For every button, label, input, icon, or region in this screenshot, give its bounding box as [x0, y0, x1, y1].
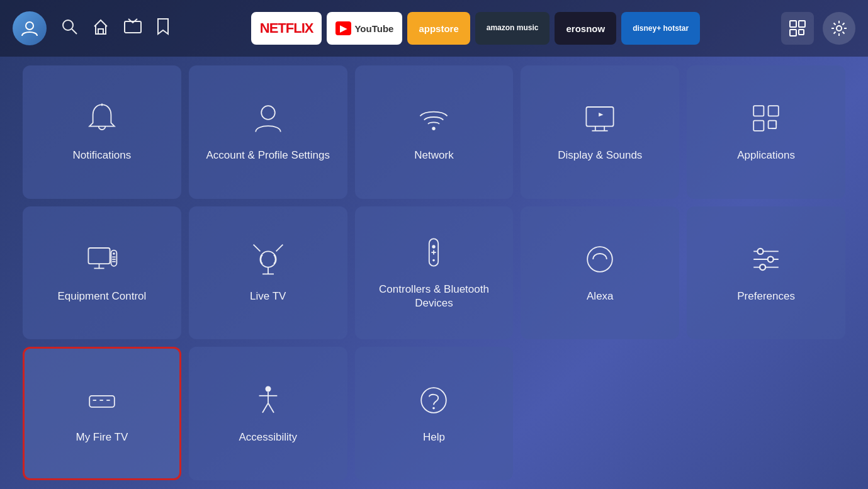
help-label: Help	[423, 430, 445, 444]
alexa-icon	[583, 242, 617, 281]
svg-point-1	[63, 20, 73, 30]
grid-item-controllers-bluetooth[interactable]: Controllers & Bluetooth Devices	[355, 206, 514, 340]
app-hotstar[interactable]: disney+ hotstar	[621, 12, 700, 45]
svg-point-48	[760, 264, 765, 270]
settings-button[interactable]	[823, 12, 855, 45]
grid-item-help[interactable]: Help	[355, 347, 514, 480]
alexa-label: Alexa	[587, 289, 614, 303]
svg-rect-23	[769, 121, 777, 129]
my-fire-tv-label: My Fire TV	[76, 430, 128, 444]
help-icon	[417, 383, 451, 422]
svg-rect-6	[790, 21, 796, 27]
display-sounds-label: Display & Sounds	[558, 149, 642, 162]
grid-item-equipment-control[interactable]: Equipment Control	[23, 206, 181, 340]
topbar: NETFLIX ▶ YouTube appstore amazon music …	[0, 0, 868, 57]
svg-rect-20	[753, 106, 764, 116]
svg-rect-3	[98, 29, 103, 34]
applications-label: Applications	[737, 149, 795, 162]
svg-rect-26	[88, 248, 110, 264]
wifi-icon	[417, 101, 451, 140]
youtube-label: YouTube	[354, 23, 393, 34]
svg-rect-49	[89, 395, 115, 407]
grid-item-notifications[interactable]: Notifications	[23, 65, 181, 199]
controllers-bluetooth-label: Controllers & Bluetooth Devices	[363, 283, 506, 310]
topbar-left	[13, 11, 170, 45]
svg-rect-7	[799, 21, 805, 27]
monitor-icon	[85, 242, 119, 281]
svg-point-42	[587, 247, 612, 272]
topbar-apps: NETFLIX ▶ YouTube appstore amazon music …	[176, 12, 775, 45]
remote-icon	[417, 235, 451, 274]
svg-point-41	[433, 259, 436, 262]
svg-point-46	[758, 249, 764, 254]
svg-point-34	[260, 251, 276, 267]
grid-item-my-fire-tv[interactable]: My Fire TV	[23, 347, 181, 480]
svg-point-47	[768, 256, 774, 262]
app-youtube[interactable]: ▶ YouTube	[327, 12, 402, 45]
app-erosnow[interactable]: erosnow	[555, 12, 616, 45]
grid-item-display-sounds[interactable]: Display & Sounds	[521, 65, 679, 199]
svg-point-53	[265, 386, 271, 391]
svg-point-57	[433, 407, 436, 409]
app-appstore[interactable]: appstore	[407, 12, 470, 45]
bell-icon	[85, 101, 119, 140]
grid-item-applications[interactable]: Applications	[687, 65, 845, 199]
live-tv-label: Live TV	[250, 289, 286, 303]
network-label: Network	[414, 149, 453, 162]
search-icon[interactable]	[60, 18, 78, 39]
grid-item-accessibility[interactable]: Accessibility	[189, 347, 347, 480]
grid-item-alexa[interactable]: Alexa	[521, 206, 679, 340]
svg-point-14	[261, 106, 275, 120]
app-grid-button[interactable]	[781, 12, 814, 45]
firetv-icon	[85, 383, 119, 422]
grid-item-account-profile[interactable]: Account & Profile Settings	[189, 65, 347, 199]
svg-rect-9	[799, 30, 804, 35]
svg-point-0	[26, 22, 33, 30]
bookmark-icon[interactable]	[156, 18, 170, 39]
youtube-play-icon: ▶	[335, 21, 351, 35]
grid-item-preferences[interactable]: Preferences	[687, 206, 845, 340]
sliders-icon	[749, 242, 783, 281]
topbar-right	[781, 12, 855, 45]
svg-rect-22	[753, 121, 764, 131]
svg-point-15	[432, 127, 436, 130]
accessibility-icon	[251, 383, 285, 422]
antenna-icon	[251, 242, 285, 281]
avatar[interactable]	[13, 11, 47, 45]
amazon-music-label: amazon music	[487, 23, 539, 33]
hotstar-label: disney+ hotstar	[633, 24, 689, 33]
preferences-label: Preferences	[737, 289, 795, 303]
equipment-control-label: Equipment Control	[57, 289, 146, 303]
grid-item-live-tv[interactable]: Live TV	[189, 206, 347, 340]
svg-rect-8	[790, 30, 796, 36]
tv-icon[interactable]	[123, 18, 142, 39]
svg-line-2	[72, 29, 77, 34]
apps-icon	[749, 101, 783, 140]
svg-point-38	[432, 245, 436, 248]
svg-point-12	[837, 26, 842, 31]
home-icon[interactable]	[92, 18, 110, 39]
person-icon	[251, 101, 285, 140]
accessibility-label: Accessibility	[239, 430, 297, 444]
app-amazon-music[interactable]: amazon music	[475, 12, 550, 45]
svg-rect-16	[587, 107, 614, 126]
account-profile-label: Account & Profile Settings	[206, 149, 330, 162]
grid-item-network[interactable]: Network	[355, 65, 514, 199]
settings-grid: Notifications Account & Profile Settings…	[0, 57, 868, 489]
svg-point-30	[113, 252, 115, 255]
svg-rect-21	[769, 106, 779, 116]
app-netflix[interactable]: NETFLIX	[251, 12, 322, 45]
display-icon	[583, 101, 617, 140]
notifications-label: Notifications	[73, 149, 132, 162]
